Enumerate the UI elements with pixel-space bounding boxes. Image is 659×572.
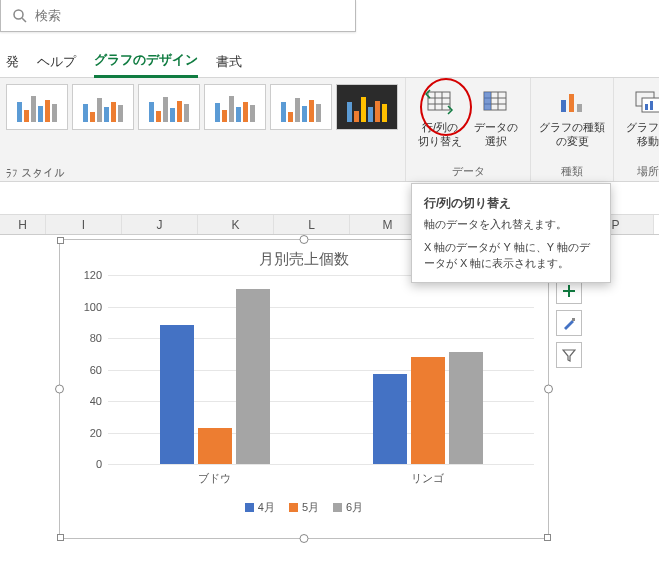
column-header[interactable]: L (274, 215, 350, 234)
change-chart-type-button[interactable]: グラフの種類の変更 (537, 84, 607, 149)
search-box[interactable] (0, 0, 356, 32)
select-data-label-2: 選択 (485, 135, 507, 147)
tooltip-switch-row-column: 行/列の切り替え 軸のデータを入れ替えます。 X 軸のデータが Y 軸に、Y 軸… (411, 183, 611, 283)
y-tick-label: 60 (74, 364, 102, 376)
chart-side-buttons (556, 278, 582, 368)
chart-object[interactable]: 月別売上個数 020406080100120 ブドウリンゴ 4月5月6月 (59, 239, 549, 539)
resize-handle[interactable] (300, 534, 309, 543)
chart-style-thumb[interactable] (138, 84, 200, 130)
resize-handle[interactable] (57, 237, 64, 244)
chart-bar[interactable] (160, 325, 194, 464)
svg-rect-15 (577, 104, 582, 112)
ribbon-group-type: グラフの種類の変更 種類 (531, 78, 614, 181)
ribbon-group-label: ﾗﾌ スタイル (6, 165, 399, 179)
resize-handle[interactable] (544, 385, 553, 394)
column-header[interactable]: I (46, 215, 122, 234)
switch-label-1: 行/列の (422, 121, 458, 133)
move-chart-icon (632, 86, 659, 118)
chart-bar[interactable] (198, 428, 232, 464)
legend-swatch (245, 503, 254, 512)
search-input[interactable] (35, 8, 355, 23)
legend-label: 4月 (258, 500, 275, 515)
change-type-label-2: の変更 (556, 135, 589, 147)
column-header[interactable]: J (122, 215, 198, 234)
legend-item[interactable]: 4月 (245, 500, 275, 515)
x-tick-label: リンゴ (321, 471, 534, 486)
switch-row-column-button[interactable]: 行/列の切り替え (412, 84, 468, 149)
tooltip-title: 行/列の切り替え (424, 194, 598, 212)
chart-bar[interactable] (411, 357, 445, 464)
move-label-2: 移動 (637, 135, 659, 147)
legend-item[interactable]: 6月 (333, 500, 363, 515)
search-icon (11, 7, 29, 25)
move-chart-button[interactable]: グラフの移動 (620, 84, 659, 149)
column-header[interactable]: H (0, 215, 46, 234)
select-data-button[interactable]: データの選択 (468, 84, 524, 149)
chart-style-thumb[interactable] (270, 84, 332, 130)
tab-format[interactable]: 書式 (216, 53, 242, 77)
resize-handle[interactable] (57, 534, 64, 541)
ribbon-group-chart-styles: ﾗﾌ スタイル (0, 78, 406, 181)
y-tick-label: 120 (74, 269, 102, 281)
svg-point-0 (14, 10, 23, 19)
chart-style-thumb[interactable] (336, 84, 398, 130)
svg-rect-2 (428, 92, 450, 110)
chart-legend[interactable]: 4月5月6月 (60, 500, 548, 515)
tooltip-line: 軸のデータを入れ替えます。 (424, 216, 598, 233)
resize-handle[interactable] (300, 235, 309, 244)
move-label-1: グラフの (626, 121, 659, 133)
resize-handle[interactable] (544, 534, 551, 541)
select-data-icon (480, 86, 512, 118)
tab-help[interactable]: ヘルプ (37, 53, 76, 77)
chart-bar[interactable] (373, 374, 407, 464)
brush-icon (562, 316, 576, 330)
chart-style-gallery (6, 84, 399, 148)
tooltip-line: X 軸のデータが Y 軸に、Y 軸のデータが X 軸に表示されます。 (424, 239, 598, 272)
chart-bar[interactable] (236, 289, 270, 464)
x-axis: ブドウリンゴ (108, 471, 534, 486)
x-tick-label: ブドウ (108, 471, 321, 486)
svg-rect-19 (650, 101, 653, 110)
ribbon-group-data: 行/列の切り替え データの選択 データ (406, 78, 531, 181)
funnel-icon (562, 348, 576, 362)
legend-label: 6月 (346, 500, 363, 515)
svg-rect-22 (572, 318, 575, 321)
svg-line-1 (22, 18, 26, 22)
column-header[interactable]: K (198, 215, 274, 234)
change-type-label-1: グラフの種類 (539, 121, 605, 133)
ribbon-group-label: 場所 (620, 162, 659, 179)
svg-rect-12 (484, 92, 491, 110)
change-type-icon (556, 86, 588, 118)
plot-area[interactable]: 020406080100120 (108, 275, 534, 465)
chart-styles-button[interactable] (556, 310, 582, 336)
chart-filters-button[interactable] (556, 342, 582, 368)
chart-style-thumb[interactable] (6, 84, 68, 130)
ribbon-group-label: データ (412, 162, 524, 179)
ribbon-group-location: グラフの移動 場所 (614, 78, 659, 181)
svg-rect-18 (645, 104, 648, 110)
chart-style-thumb[interactable] (72, 84, 134, 130)
legend-label: 5月 (302, 500, 319, 515)
tab-dev[interactable]: 発 (6, 53, 19, 77)
ribbon: ﾗﾌ スタイル 行/列の切り替え (0, 78, 659, 182)
y-tick-label: 40 (74, 395, 102, 407)
chart-bar[interactable] (449, 352, 483, 464)
switch-rc-icon (424, 86, 456, 118)
y-tick-label: 0 (74, 458, 102, 470)
legend-swatch (333, 503, 342, 512)
y-tick-label: 20 (74, 427, 102, 439)
legend-swatch (289, 503, 298, 512)
svg-rect-14 (569, 94, 574, 112)
plus-icon (562, 284, 576, 298)
chart-style-thumb[interactable] (204, 84, 266, 130)
select-data-label-1: データの (474, 121, 518, 133)
legend-item[interactable]: 5月 (289, 500, 319, 515)
y-tick-label: 80 (74, 332, 102, 344)
chart-bars (108, 275, 534, 464)
ribbon-tabs: 発 ヘルプ グラフのデザイン 書式 (0, 50, 659, 78)
switch-label-2: 切り替え (418, 135, 462, 147)
svg-rect-13 (561, 100, 566, 112)
ribbon-group-label: 種類 (537, 162, 607, 179)
tab-chart-design[interactable]: グラフのデザイン (94, 51, 198, 78)
resize-handle[interactable] (55, 385, 64, 394)
